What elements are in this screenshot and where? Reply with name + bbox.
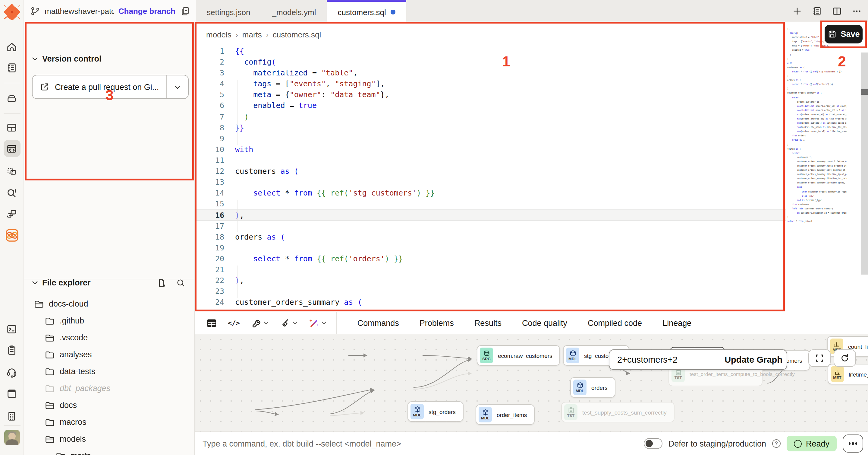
- tree-item-macros[interactable]: macros: [24, 414, 195, 430]
- more-options-button[interactable]: [843, 434, 863, 453]
- clipboard-icon[interactable]: [3, 342, 20, 359]
- code-line-15[interactable]: 15: [195, 199, 786, 210]
- tree-item-models[interactable]: models: [24, 430, 195, 447]
- code-line-16[interactable]: 16),: [195, 210, 786, 221]
- help-icon[interactable]: ?: [772, 439, 781, 448]
- bottom-tab-commands[interactable]: Commands: [358, 318, 399, 328]
- branch-name[interactable]: matthewshaver-patc: [44, 6, 114, 16]
- tree-item-data-tests[interactable]: data-tests: [24, 363, 195, 379]
- support-headset-icon[interactable]: [3, 363, 20, 380]
- defer-toggle[interactable]: [644, 438, 662, 449]
- command-input[interactable]: Type a command, ex. dbt build --select <…: [203, 439, 401, 448]
- code-icon[interactable]: </>: [228, 319, 240, 327]
- organization-icon[interactable]: [3, 407, 20, 424]
- code-editor-icon[interactable]: [3, 140, 20, 157]
- dashboards-icon[interactable]: [3, 119, 20, 136]
- drawer-icon[interactable]: [3, 89, 20, 106]
- code-line-20[interactable]: 20 select * from {{ ref('orders') }}: [195, 253, 786, 264]
- code-line-10[interactable]: 10with: [195, 144, 786, 155]
- lineage-node-stg_orders[interactable]: MDLstg_orders: [407, 401, 464, 422]
- refresh-icon[interactable]: [834, 349, 856, 367]
- tree-item-.vscode[interactable]: .vscode: [24, 329, 195, 346]
- code-line-8[interactable]: 8}}: [195, 122, 786, 133]
- change-branch-link[interactable]: Change branch: [119, 6, 176, 16]
- ellipsis-icon[interactable]: [852, 6, 862, 16]
- pr-dropdown-caret[interactable]: [166, 76, 188, 98]
- plus-icon[interactable]: [792, 6, 802, 16]
- code-line-2[interactable]: 2 config(: [195, 57, 786, 67]
- query-insights-icon[interactable]: [3, 184, 20, 201]
- ai-fix-icon[interactable]: [309, 318, 327, 328]
- update-graph-button[interactable]: Update Graph: [720, 350, 786, 369]
- code-line-11[interactable]: 11: [195, 155, 786, 166]
- results-table-icon[interactable]: [206, 318, 217, 328]
- scrollbar-thumb[interactable]: [861, 89, 868, 95]
- code-line-5[interactable]: 5 meta = {"owner": "data-team"},: [195, 90, 786, 101]
- code-line-23[interactable]: 23: [195, 286, 786, 297]
- code-line-17[interactable]: 17: [195, 221, 786, 231]
- code-line-1[interactable]: 1{{: [195, 46, 786, 57]
- format-icon[interactable]: [280, 318, 298, 328]
- copy-icon[interactable]: [180, 6, 190, 16]
- tab-_models.yml[interactable]: _models.yml: [261, 0, 327, 22]
- lineage-canvas[interactable]: SRCecom.raw_customersMDLstg_customersMDL…: [195, 334, 868, 432]
- create-pr-button[interactable]: Create a pull request on Gi...: [32, 75, 189, 99]
- notebook-icon[interactable]: [3, 59, 20, 76]
- breadcrumb-segment[interactable]: models: [206, 30, 231, 39]
- tree-item-dbt_packages[interactable]: dbt_packages: [24, 379, 195, 396]
- fullscreen-icon[interactable]: [808, 349, 831, 367]
- lineage-node-order_items[interactable]: MDLorder_items: [475, 404, 535, 425]
- terminal-icon[interactable]: [3, 320, 20, 337]
- code-line-12[interactable]: 12customers as (: [195, 166, 786, 177]
- lineage-node-orders[interactable]: MDLorders: [570, 377, 615, 398]
- search-icon[interactable]: [176, 278, 186, 288]
- dbt-logo[interactable]: [2, 2, 22, 22]
- code-line-4[interactable]: 4 tags = ["events", "staging"],: [195, 79, 786, 90]
- code-line-19[interactable]: 19: [195, 242, 786, 253]
- tree-item-analyses[interactable]: analyses: [24, 346, 195, 363]
- integrations-icon[interactable]: [3, 205, 20, 222]
- home-icon[interactable]: [3, 39, 20, 56]
- tab-settings.json[interactable]: settings.json: [196, 0, 261, 22]
- new-file-icon[interactable]: [157, 278, 166, 288]
- minimap[interactable]: {{ config( materialized = "table", tags …: [787, 27, 846, 298]
- code-line-22[interactable]: 22),: [195, 275, 786, 286]
- code-line-9[interactable]: 9: [195, 133, 786, 144]
- breadcrumb-segment[interactable]: marts: [242, 30, 262, 39]
- code-line-18[interactable]: 18orders as (: [195, 231, 786, 242]
- tree-item-docs-cloud[interactable]: docs-cloud: [24, 295, 195, 312]
- breadcrumb-segment[interactable]: customers.sql: [273, 30, 321, 39]
- lineage-node-test_supply[interactable]: TSTtest_supply_costs_sum_correctly: [561, 402, 675, 422]
- code-line-21[interactable]: 21: [195, 264, 786, 275]
- bottom-tab-problems[interactable]: Problems: [420, 318, 454, 328]
- semantic-layer-icon[interactable]: [3, 227, 20, 244]
- lineage-selector-input[interactable]: 2+customers+2: [610, 350, 720, 369]
- bottom-tab-code-quality[interactable]: Code quality: [522, 318, 567, 328]
- docs-book-icon[interactable]: [3, 385, 20, 402]
- code-line-24[interactable]: 24customer_orders_summary as (: [195, 297, 786, 308]
- tab-customers.sql[interactable]: customers.sql: [327, 0, 406, 22]
- code-editor[interactable]: models›marts›customers.sql 1{{2 config(3…: [195, 22, 868, 312]
- scrollbar[interactable]: [861, 53, 868, 275]
- version-control-header[interactable]: Version control: [32, 54, 101, 63]
- file-explorer-header[interactable]: File explorer: [32, 278, 91, 287]
- tree-item-docs[interactable]: docs: [24, 396, 195, 414]
- bottom-tab-compiled-code[interactable]: Compiled code: [588, 318, 642, 328]
- lineage-node-lifetime_spend[interactable]: METlifetime_spend_pretax: [828, 364, 868, 385]
- code-area[interactable]: 1{{2 config(3 materialized = "table",4 t…: [195, 46, 786, 308]
- journal-icon[interactable]: [812, 6, 822, 16]
- code-line-14[interactable]: 14 select * from {{ ref('stg_customers')…: [195, 188, 786, 199]
- split-view-icon[interactable]: [832, 6, 842, 16]
- user-avatar[interactable]: [4, 430, 20, 445]
- lineage-node-raw_customers[interactable]: SRCecom.raw_customers: [477, 345, 560, 366]
- bottom-tab-lineage[interactable]: Lineage: [662, 318, 691, 328]
- build-icon[interactable]: [251, 318, 269, 328]
- code-line-13[interactable]: 13: [195, 177, 786, 188]
- ready-status-badge[interactable]: Ready: [786, 436, 837, 451]
- tree-item-marts[interactable]: marts: [24, 447, 195, 455]
- code-line-7[interactable]: 7 ): [195, 111, 786, 122]
- canvas-icon[interactable]: [3, 162, 20, 179]
- code-line-3[interactable]: 3 materialized = "table",: [195, 67, 786, 79]
- tree-item-.github[interactable]: .github: [24, 312, 195, 329]
- code-line-6[interactable]: 6 enabled = true: [195, 101, 786, 111]
